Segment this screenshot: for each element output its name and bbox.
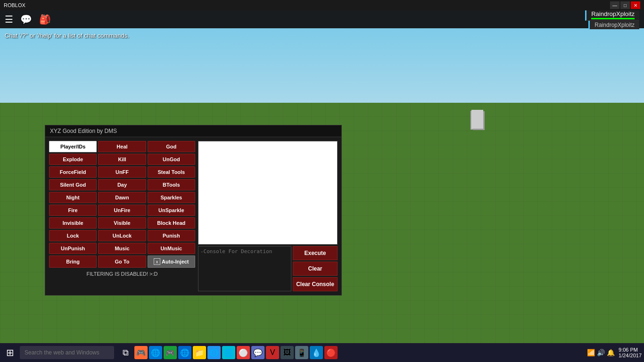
taskbar-right: 📶 🔊 🔔 9:06 PM 1/24/2017 [587,347,642,358]
explode-button[interactable]: Explode [49,154,97,165]
taskbar-app3-icon[interactable]: 📱 [295,346,308,359]
block-head-button[interactable]: Block Head [148,217,195,229]
taskbar-discord-icon[interactable]: 💬 [251,346,264,359]
heal-button[interactable]: Heal [98,141,146,152]
kill-button[interactable]: Kill [98,154,146,165]
btn-row-10: Bring Go To X Auto-Inject [49,255,195,268]
x-checkbox-icon: X [154,258,160,265]
taskbar-chrome-icon[interactable]: ⚪ [237,346,250,359]
unmusic-button[interactable]: UnMusic [148,243,195,254]
execute-button[interactable]: Execute [293,246,338,260]
btn-row-3: ForceField UnFF Steal Tools [49,166,195,178]
action-buttons: Execute Clear Clear Console [293,246,338,291]
fire-button[interactable]: Fire [49,205,97,216]
taskbar-folder-icon[interactable]: 📁 [193,346,206,359]
taskbar-search[interactable] [20,346,114,359]
clock: 9:06 PM 1/24/2017 [619,347,642,358]
taskbar-app5-icon[interactable]: 🔴 [324,346,338,359]
btn-row-6: Fire UnFire UnSparkle [49,205,195,216]
forcefield-button[interactable]: ForceField [49,166,97,178]
window-controls: — □ ✕ [610,1,640,9]
dawn-button[interactable]: Dawn [98,192,146,203]
taskbar-ie-icon[interactable]: 🌐 [178,346,191,359]
taskbar-browser-icon[interactable]: 🌐 [207,346,221,359]
btn-row-5: Night Dawn Sparkles [49,192,195,203]
top-bar: ☰ 💬 🎒 RaindropXploitz RaindropXploitz [0,10,644,28]
exploit-panel: XYZ Good Edition by DMS Player/IDs Heal … [45,125,342,296]
btn-row-7: Invisible Visible Block Head [49,217,195,229]
app-title: ROBLOX [4,2,610,8]
start-button[interactable]: ⊞ [2,345,17,360]
goto-button[interactable]: Go To [98,255,146,268]
wifi-icon: 📶 [587,349,595,356]
silent-god-button[interactable]: Silent God [49,179,97,190]
chat-icon[interactable]: 💬 [20,14,32,25]
visible-button[interactable]: Visible [98,217,146,229]
taskbar-img-icon[interactable]: 🖼 [281,346,294,359]
panel-titlebar: XYZ Good Edition by DMS [45,125,341,137]
console-textarea[interactable] [198,246,291,291]
bring-button[interactable]: Bring [49,255,97,268]
panel-title: XYZ Good Edition by DMS [50,128,117,134]
btn-row-9: UnPunish Music UnMusic [49,243,195,254]
taskbar-icons: ⧉ 🎮 🌐 🎮 🌐 📁 🌐 🌐 ⚪ 💬 V 🖼 📱 💧 🔴 [118,345,338,360]
username-display: RaindropXploitz [585,9,639,21]
health-bar [591,18,635,19]
btn-row-8: Lock UnLock Punish [49,230,195,241]
taskbar-app2-icon[interactable]: 🌐 [222,346,235,359]
autoinject-button[interactable]: X Auto-Inject [148,255,195,268]
btn-row-2: Explode Kill UnGod [49,154,195,165]
status-text: FILTERING IS DISABLED! >:D [49,271,195,277]
btn-row-4: Silent God Day BTools [49,179,195,190]
taskbar-edge-icon[interactable]: 🌐 [149,346,162,359]
clear-console-button[interactable]: Clear Console [293,277,338,291]
maximize-button[interactable]: □ [620,1,630,9]
unfire-button[interactable]: UnFire [98,205,146,216]
btn-row-1: Player/IDs Heal God [49,141,195,152]
menu-icon[interactable]: ☰ [5,14,13,25]
invisible-button[interactable]: Invisible [49,217,97,229]
title-bar: ROBLOX — □ ✕ [0,0,644,10]
music-button[interactable]: Music [98,243,146,254]
task-view-icon[interactable]: ⧉ [118,345,133,360]
taskbar-vs-icon[interactable]: V [266,346,279,359]
unpunish-button[interactable]: UnPunish [49,243,97,254]
sparkles-button[interactable]: Sparkles [148,192,195,203]
taskbar-roblox-icon[interactable]: 🎮 [134,346,148,359]
buttons-section: Player/IDs Heal God Explode Kill UnGod F… [49,141,195,291]
panel-body: Player/IDs Heal God Explode Kill UnGod F… [45,137,341,295]
punish-button[interactable]: Punish [148,230,195,241]
btools-button[interactable]: BTools [148,179,195,190]
god-button[interactable]: God [148,141,195,152]
taskbar: ⊞ ⧉ 🎮 🌐 🎮 🌐 📁 🌐 🌐 ⚪ 💬 V 🖼 📱 💧 🔴 📶 🔊 🔔 9:… [0,343,644,362]
date-display: 1/24/2017 [619,353,642,358]
notification-icon: 🔔 [607,349,615,356]
console-row: Execute Clear Clear Console [198,246,338,291]
sys-icons: 📶 🔊 🔔 [587,349,615,356]
player-character [471,110,483,129]
display-area [198,141,338,245]
lock-button[interactable]: Lock [49,230,97,241]
unlock-button[interactable]: UnLock [98,230,146,241]
day-button[interactable]: Day [98,179,146,190]
minimize-button[interactable]: — [610,1,619,9]
ungod-button[interactable]: UnGod [148,154,195,165]
unff-button[interactable]: UnFF [98,166,146,178]
backpack-icon[interactable]: 🎒 [39,14,51,25]
player-ids-button[interactable]: Player/IDs [49,141,97,152]
taskbar-app4-icon[interactable]: 💧 [310,346,323,359]
user-info: RaindropXploitz RaindropXploitz [585,9,639,29]
close-button[interactable]: ✕ [631,1,640,9]
username-sub-display: RaindropXploitz [588,21,639,29]
unsparkle-button[interactable]: UnSparkle [148,205,195,216]
right-section: Execute Clear Clear Console [198,141,338,291]
sound-icon: 🔊 [597,349,605,356]
steal-tools-button[interactable]: Steal Tools [148,166,195,178]
chat-hint: Chat '/?'' or '/help' for a list of chat… [5,32,129,39]
taskbar-steam-icon[interactable]: 🎮 [164,346,177,359]
night-button[interactable]: Night [49,192,97,203]
clear-button[interactable]: Clear [293,262,338,276]
time-display: 9:06 PM [619,347,642,353]
